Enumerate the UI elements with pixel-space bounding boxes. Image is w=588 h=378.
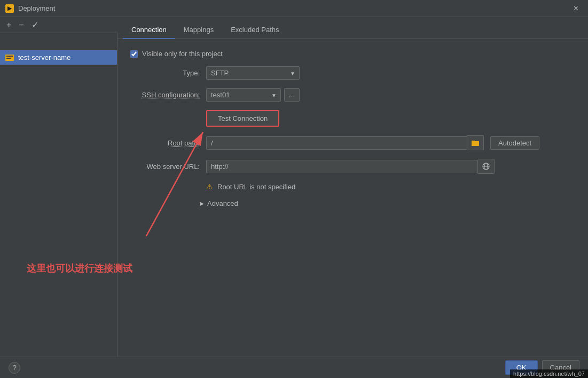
form-content: Visible only for this project Type: SFTP… xyxy=(117,39,588,378)
ssh-more-button[interactable]: ... xyxy=(284,88,300,102)
advanced-label: Advanced xyxy=(207,199,238,207)
tab-connection[interactable]: Connection xyxy=(123,21,175,39)
sidebar: + − ✓ test-server-name xyxy=(0,17,117,378)
root-path-input-group xyxy=(206,135,484,150)
check-button[interactable]: ✓ xyxy=(29,19,41,31)
sidebar-item-server[interactable]: test-server-name xyxy=(0,50,117,65)
ssh-config-row: SSH configuration: test01 ▼ ... xyxy=(130,88,575,102)
type-row: Type: SFTP FTP Local or mounted folder ▼ xyxy=(130,66,575,80)
add-button[interactable]: + xyxy=(4,19,13,31)
ssh-select-wrapper: test01 ▼ xyxy=(206,88,281,102)
tabs-bar: Connection Mappings Excluded Paths xyxy=(117,17,588,39)
visible-only-label[interactable]: Visible only for this project xyxy=(142,50,223,58)
title-bar: ▶ Deployment × xyxy=(0,0,588,17)
bottom-left: ? xyxy=(9,362,20,374)
web-url-label: Web server URL: xyxy=(130,163,200,171)
type-select-wrapper: SFTP FTP Local or mounted folder ▼ xyxy=(206,66,300,80)
web-url-row: Web server URL: xyxy=(130,159,575,174)
root-path-row: Root path: Autodetect xyxy=(130,135,575,150)
sidebar-item-label: test-server-name xyxy=(18,53,70,61)
server-icon xyxy=(5,55,14,61)
globe-icon xyxy=(482,163,490,170)
web-url-input-group xyxy=(206,159,495,174)
type-label: Type: xyxy=(130,69,200,77)
close-button[interactable]: × xyxy=(569,2,583,16)
root-path-input[interactable] xyxy=(206,136,467,150)
url-overlay: https://blog.csdn.net/wh_07 xyxy=(510,369,588,378)
root-path-browse-button[interactable] xyxy=(467,135,484,150)
web-url-input[interactable] xyxy=(206,160,478,173)
autodetect-button[interactable]: Autodetect xyxy=(490,136,539,150)
warning-icon: ⚠ xyxy=(206,182,213,191)
root-path-label: Root path: xyxy=(130,139,200,147)
svg-rect-1 xyxy=(472,141,475,142)
type-select[interactable]: SFTP FTP Local or mounted folder xyxy=(206,66,300,80)
ssh-select[interactable]: test01 xyxy=(206,88,281,102)
warning-row: ⚠ Root URL is not specified xyxy=(206,182,575,191)
content-area: Connection Mappings Excluded Paths Visib… xyxy=(117,17,588,378)
help-button[interactable]: ? xyxy=(9,362,20,374)
window-title: Deployment xyxy=(18,4,569,12)
app-icon: ▶ xyxy=(5,4,14,13)
test-connection-button[interactable]: Test Connection xyxy=(206,110,279,127)
visible-only-row: Visible only for this project xyxy=(130,50,575,58)
advanced-chevron-icon: ▶ xyxy=(200,200,204,206)
warning-text: Root URL is not specified xyxy=(217,183,295,191)
ssh-label: SSH configuration: xyxy=(130,91,200,99)
ssh-config-controls: test01 ▼ ... xyxy=(206,88,300,102)
advanced-row[interactable]: ▶ Advanced xyxy=(200,199,575,207)
main-layout: + − ✓ test-server-name Connection Mappin… xyxy=(0,17,588,378)
remove-button[interactable]: − xyxy=(17,19,26,31)
web-url-globe-button[interactable] xyxy=(478,159,495,174)
visible-only-checkbox[interactable] xyxy=(130,50,138,58)
test-connection-row: Test Connection xyxy=(130,110,575,127)
tab-mappings[interactable]: Mappings xyxy=(175,21,222,39)
folder-icon xyxy=(472,140,479,146)
bottom-bar: ? OK Cancel xyxy=(0,357,588,378)
tab-excluded-paths[interactable]: Excluded Paths xyxy=(222,21,287,39)
toolbar: + − ✓ xyxy=(0,17,117,33)
